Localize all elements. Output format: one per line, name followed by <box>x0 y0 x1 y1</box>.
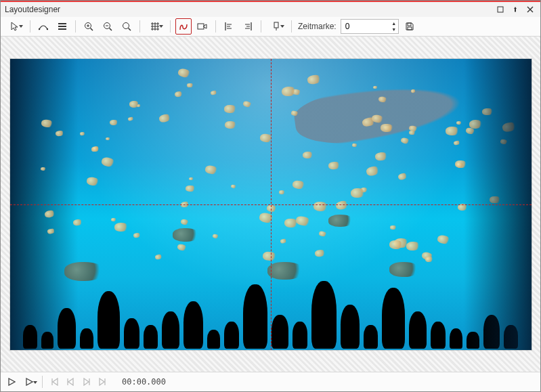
zoom-out-button[interactable] <box>100 18 116 35</box>
layout-canvas[interactable] <box>10 59 532 350</box>
separator <box>170 20 171 32</box>
spin-up-button[interactable]: ▲ <box>390 20 398 26</box>
svg-point-13 <box>123 23 129 29</box>
pin-button[interactable] <box>512 6 521 13</box>
background-image <box>10 59 532 350</box>
zeitmarke-input[interactable] <box>344 21 387 32</box>
camera-tool[interactable] <box>194 18 211 35</box>
svg-rect-3 <box>58 23 66 24</box>
align-left-tool[interactable] <box>221 18 237 35</box>
svg-rect-0 <box>498 7 503 12</box>
path-tool[interactable] <box>175 18 192 35</box>
select-tool[interactable] <box>5 18 25 35</box>
skip-start-button[interactable] <box>47 375 61 389</box>
playback-time: 00:00.000 <box>122 377 166 387</box>
zoom-fit-button[interactable] <box>118 18 135 35</box>
title-bar: Layoutdesigner <box>1 1 540 17</box>
curve-tool[interactable] <box>35 18 51 35</box>
prev-frame-button[interactable] <box>64 375 77 389</box>
svg-rect-18 <box>274 22 278 28</box>
window-title: Layoutdesigner <box>5 5 497 14</box>
marker-tool[interactable] <box>266 18 286 35</box>
separator <box>215 20 216 32</box>
svg-rect-21 <box>408 27 412 30</box>
svg-rect-5 <box>58 28 66 30</box>
play-button[interactable] <box>5 375 18 389</box>
skip-end-button[interactable] <box>96 375 110 389</box>
separator <box>75 20 76 32</box>
svg-rect-4 <box>58 26 66 27</box>
svg-rect-20 <box>408 23 411 26</box>
svg-line-11 <box>110 28 112 31</box>
next-frame-button[interactable] <box>80 375 93 389</box>
separator <box>261 20 261 32</box>
align-right-tool[interactable] <box>240 18 256 35</box>
svg-line-7 <box>91 28 93 31</box>
canvas-area <box>1 37 540 372</box>
separator <box>139 20 140 32</box>
list-tool[interactable] <box>54 18 70 35</box>
main-toolbar: Zeitmarke: ▲ ▼ <box>1 17 540 37</box>
playback-bar: 00:00.000 <box>1 372 540 391</box>
separator <box>291 20 292 32</box>
svg-rect-15 <box>198 24 204 29</box>
close-button[interactable] <box>527 6 536 13</box>
svg-line-14 <box>129 28 131 31</box>
separator <box>30 20 30 32</box>
save-button[interactable] <box>402 18 418 35</box>
zeitmarke-spinner[interactable]: ▲ ▼ <box>341 19 399 34</box>
grid-tool[interactable] <box>145 18 165 35</box>
separator <box>42 376 43 388</box>
play-options-button[interactable] <box>21 375 37 389</box>
zoom-in-button[interactable] <box>81 18 97 35</box>
spin-down-button[interactable]: ▼ <box>390 26 398 32</box>
minimize-button[interactable] <box>497 6 506 13</box>
layoutdesigner-window: Layoutdesigner <box>0 0 541 392</box>
zeitmarke-label: Zeitmarke: <box>298 22 337 31</box>
